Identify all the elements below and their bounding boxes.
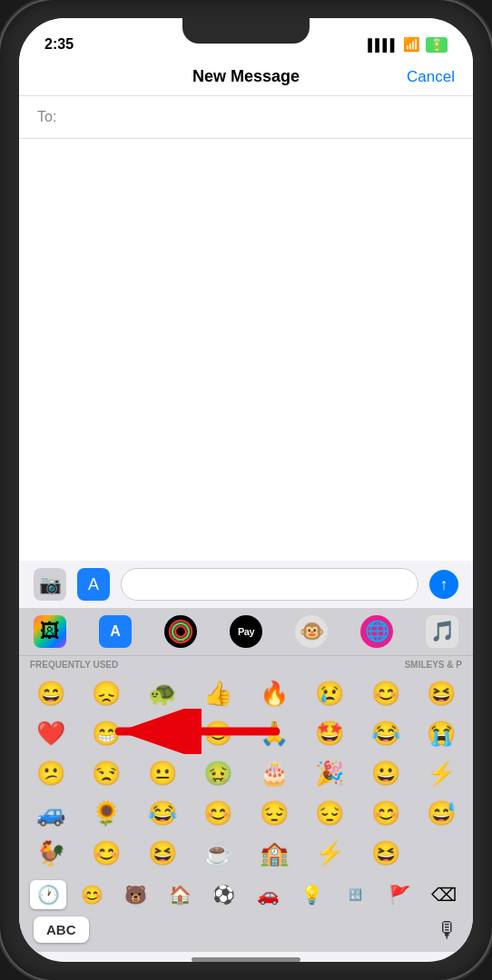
emoji-4-5[interactable]: 😔 bbox=[254, 795, 294, 831]
emoji-1-1[interactable]: 😄 bbox=[31, 675, 71, 711]
emoji-2-3[interactable]: 🦋 bbox=[143, 715, 182, 751]
home-indicator bbox=[192, 957, 300, 962]
status-time: 2:35 bbox=[44, 36, 74, 53]
emoji-5-2[interactable]: 😊 bbox=[86, 835, 126, 871]
emoji-5-3[interactable]: 😆 bbox=[143, 835, 182, 871]
emoji-3-6[interactable]: 🎉 bbox=[310, 755, 349, 791]
cancel-button[interactable]: Cancel bbox=[407, 68, 455, 86]
signal-icon: ▌▌▌▌ bbox=[368, 38, 398, 52]
kb-category-row: 🕐 😊 🐻 🏠 ⚽ 🚗 💡 🔣 🚩 ⌫ bbox=[26, 877, 466, 913]
emoji-3-2[interactable]: 😒 bbox=[86, 755, 126, 791]
abc-button[interactable]: ABC bbox=[34, 916, 89, 943]
kb-cat-activities[interactable]: ⚽ bbox=[206, 880, 242, 909]
kb-cat-recent[interactable]: 🕐 bbox=[30, 880, 66, 909]
kb-cat-animals[interactable]: 🐻 bbox=[118, 880, 154, 909]
appstore-app-icon[interactable]: A bbox=[99, 615, 132, 648]
smileys-label: SMILEYS & P bbox=[405, 660, 462, 670]
frequently-used-label: FREQUENTLY USED bbox=[30, 660, 118, 670]
emoji-row-4: 🚙 🌻 😂 😊 😔 😔 😊 😅 bbox=[23, 793, 469, 833]
to-field: To: bbox=[19, 96, 473, 139]
emoji-2-4[interactable]: 😊 bbox=[198, 715, 238, 751]
kb-cat-objects[interactable]: 💡 bbox=[294, 880, 330, 909]
app-strip: 🖼 A Pay 🐵 🌐 🎵 bbox=[19, 608, 473, 656]
emoji-5-4[interactable]: ☕ bbox=[198, 835, 238, 871]
emoji-4-6[interactable]: 😔 bbox=[310, 795, 349, 831]
notch bbox=[182, 18, 310, 44]
emoji-1-7[interactable]: 😊 bbox=[366, 675, 406, 711]
svg-point-2 bbox=[175, 626, 186, 637]
send-icon: ↑ bbox=[440, 575, 448, 594]
emoji-2-5[interactable]: 🙏 bbox=[254, 715, 294, 751]
emoji-4-2[interactable]: 🌻 bbox=[86, 795, 126, 831]
microphone-button[interactable]: 🎙 bbox=[437, 917, 458, 943]
page-title: New Message bbox=[192, 67, 300, 86]
emoji-1-2[interactable]: 😞 bbox=[86, 675, 126, 711]
monkey-icon[interactable]: 🐵 bbox=[295, 615, 328, 648]
photos-app-icon[interactable]: 🖼 bbox=[34, 615, 66, 648]
emoji-1-4[interactable]: 👍 bbox=[198, 675, 238, 711]
nav-bar: New Message Cancel bbox=[19, 58, 473, 96]
send-button[interactable]: ↑ bbox=[429, 570, 458, 599]
emoji-2-6[interactable]: 🤩 bbox=[310, 715, 349, 751]
emoji-3-7[interactable]: 😀 bbox=[366, 755, 406, 791]
emoji-2-8[interactable]: 😭 bbox=[421, 715, 461, 751]
emoji-1-8[interactable]: 😆 bbox=[421, 675, 461, 711]
emoji-5-8[interactable] bbox=[421, 835, 461, 871]
emoji-3-5[interactable]: 🎂 bbox=[254, 755, 294, 791]
to-input[interactable] bbox=[64, 109, 455, 125]
emoji-5-1[interactable]: 🐓 bbox=[31, 835, 71, 871]
emoji-5-5[interactable]: 🏫 bbox=[254, 835, 294, 871]
emoji-1-6[interactable]: 😢 bbox=[310, 675, 349, 711]
kb-bottom-row: ABC 🎙 bbox=[26, 913, 466, 946]
emoji-4-4[interactable]: 😊 bbox=[198, 795, 238, 831]
kb-cat-places[interactable]: 🏠 bbox=[162, 880, 198, 909]
emoji-3-3[interactable]: 😐 bbox=[143, 755, 182, 791]
camera-button[interactable]: 📷 bbox=[34, 568, 66, 601]
emoji-row-2: ❤️ 😁 🦋 😊 🙏 🤩 😂 😭 bbox=[23, 713, 469, 753]
emoji-3-8[interactable]: ⚡ bbox=[421, 755, 461, 791]
emoji-4-1[interactable]: 🚙 bbox=[31, 795, 71, 831]
kb-cat-travel[interactable]: 🚗 bbox=[250, 880, 286, 909]
activity-app-icon[interactable] bbox=[164, 615, 197, 648]
emoji-4-7[interactable]: 😊 bbox=[366, 795, 406, 831]
emoji-row-3: 😕 😒 😐 🤢 🎂 🎉 😀 ⚡ bbox=[23, 753, 469, 793]
appstore-button[interactable]: A bbox=[77, 568, 110, 601]
emoji-2-7[interactable]: 😂 bbox=[366, 715, 406, 751]
globe-icon[interactable]: 🌐 bbox=[360, 615, 393, 648]
emoji-1-5[interactable]: 🔥 bbox=[254, 675, 294, 711]
battery-icon: 🔋 bbox=[426, 37, 448, 53]
emoji-5-6[interactable]: ⚡ bbox=[310, 835, 349, 871]
toolbar-row: 📷 A ↑ bbox=[19, 561, 473, 608]
emoji-1-3[interactable]: 🐢 bbox=[143, 675, 182, 711]
emoji-4-3[interactable]: 😂 bbox=[143, 795, 182, 831]
music-icon[interactable]: 🎵 bbox=[426, 615, 458, 648]
emoji-row-5: 🐓 😊 😆 ☕ 🏫 ⚡ 😆 bbox=[23, 833, 469, 873]
phone-frame: 2:35 ▌▌▌▌ 📶 🔋 New Message Cancel To: 📷 A bbox=[0, 0, 492, 980]
applepay-icon[interactable]: Pay bbox=[230, 615, 262, 648]
emoji-section-labels: FREQUENTLY USED SMILEYS & P bbox=[19, 656, 473, 673]
keyboard-bottom: 🕐 😊 🐻 🏠 ⚽ 🚗 💡 🔣 🚩 ⌫ ABC 🎙 bbox=[19, 873, 473, 952]
to-label: To: bbox=[37, 109, 56, 125]
kb-cat-symbols[interactable]: 🔣 bbox=[338, 880, 374, 909]
emoji-3-1[interactable]: 😕 bbox=[31, 755, 71, 791]
kb-cat-flags[interactable]: 🚩 bbox=[381, 880, 418, 909]
wifi-icon: 📶 bbox=[403, 36, 420, 53]
emoji-4-8[interactable]: 😅 bbox=[421, 795, 461, 831]
emoji-3-4[interactable]: 🤢 bbox=[198, 755, 238, 791]
emoji-2-2[interactable]: 😁 bbox=[86, 715, 126, 751]
text-input-bar[interactable] bbox=[121, 568, 418, 601]
status-icons: ▌▌▌▌ 📶 🔋 bbox=[368, 36, 448, 53]
kb-cat-smileys[interactable]: 😊 bbox=[74, 880, 111, 909]
emoji-row-1: 😄 😞 🐢 👍 🔥 😢 😊 😆 bbox=[23, 673, 469, 713]
emoji-5-7[interactable]: 😆 bbox=[366, 835, 406, 871]
emoji-2-1[interactable]: ❤️ bbox=[31, 715, 71, 751]
phone-screen: 2:35 ▌▌▌▌ 📶 🔋 New Message Cancel To: 📷 A bbox=[19, 18, 473, 962]
kb-delete[interactable]: ⌫ bbox=[426, 880, 462, 909]
message-area[interactable] bbox=[19, 139, 473, 561]
emoji-grid: 😄 😞 🐢 👍 🔥 😢 😊 😆 ❤️ 😁 🦋 😊 🙏 🤩 😂 😭 bbox=[19, 673, 473, 873]
